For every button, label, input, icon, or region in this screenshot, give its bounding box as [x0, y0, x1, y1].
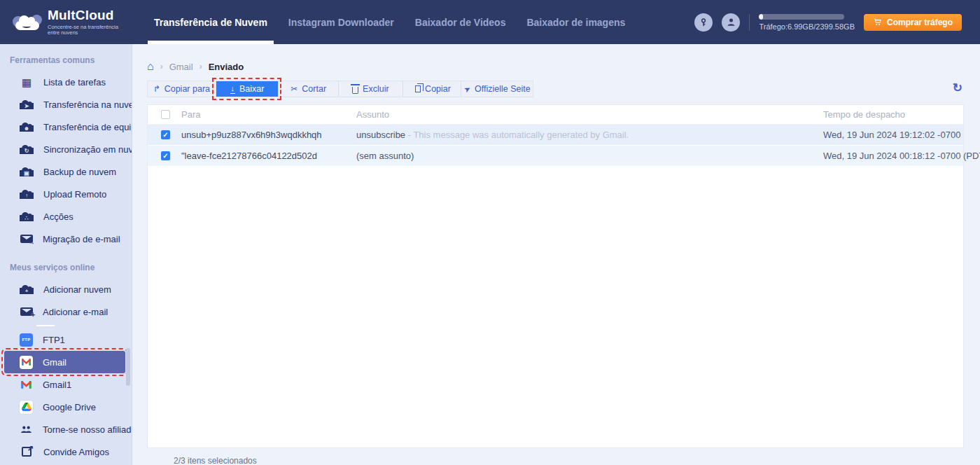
- select-all-checkbox[interactable]: [161, 110, 170, 119]
- cloud-sync-icon: ↻: [20, 144, 34, 154]
- download-icon: ↓: [230, 84, 236, 93]
- buy-traffic-label: Comprar tráfego: [887, 18, 953, 27]
- sidebar-item-label: Gmail: [43, 357, 66, 368]
- cell-subject: (sem assunto): [356, 151, 823, 161]
- sidebar-item-cloud-sync[interactable]: ↻ Sincronização em nuvem: [4, 138, 125, 160]
- main-content: ⌂ › Gmail › Enviado ↱ Copiar para ↓ Baix…: [132, 44, 980, 465]
- copy-to-button[interactable]: ↱ Copiar para: [148, 81, 216, 97]
- column-header-subject[interactable]: Assunto: [356, 109, 823, 120]
- sidebar-item-invite-friends[interactable]: ↗ Convide Amigos: [4, 440, 125, 463]
- sidebar-section-common-tools: Ferramentas comuns: [10, 55, 132, 65]
- sidebar-item-remote-upload[interactable]: ↑ Upload Remoto: [4, 183, 125, 205]
- sidebar-item-label: Acções: [43, 211, 74, 222]
- google-drive-icon: [20, 401, 33, 414]
- sidebar-item-affiliate[interactable]: Torne-se nosso afiliado: [4, 418, 125, 440]
- sidebar-item-add-email[interactable]: + Adicionar e-mail: [4, 300, 125, 323]
- subject-rest: - This message was automatically generat…: [405, 130, 629, 140]
- email-migration-icon: →: [20, 235, 33, 243]
- copy-button[interactable]: Copiar: [402, 81, 461, 97]
- sidebar-item-label: Migração de e-mail: [43, 234, 120, 244]
- sidebar-item-gmail[interactable]: Gmail: [4, 351, 125, 373]
- gmail-icon: [20, 356, 33, 369]
- gmail-icon: [20, 378, 33, 391]
- subject-main: (sem assunto): [356, 151, 414, 161]
- cut-button[interactable]: ✂ Cortar: [278, 81, 338, 97]
- sidebar-item-label: Backup de nuvem: [43, 167, 116, 177]
- sidebar-item-add-cloud[interactable]: + Adicionar nuvem: [4, 278, 125, 300]
- toolbar: ↱ Copiar para ↓ Baixar ✂ Cortar Excluir …: [147, 81, 533, 97]
- column-header-time[interactable]: Tempo de despacho: [823, 109, 963, 120]
- copy-label: Copiar: [425, 84, 451, 94]
- multcloud-logo[interactable]: MultCloud Concentre-se na transferência …: [0, 8, 132, 36]
- sidebar-scrollbar-thumb[interactable]: [126, 348, 130, 386]
- cell-time: Wed, 19 Jun 2024 19:12:02 -0700: [823, 130, 963, 140]
- download-label: Baixar: [239, 84, 264, 94]
- sidebar-item-label: Google Drive: [43, 402, 96, 412]
- ftp-icon: FTP: [20, 333, 33, 347]
- column-header-to[interactable]: Para: [174, 109, 356, 120]
- sidebar-item-team-transfer[interactable]: ☻ Transferência de equipe: [4, 116, 125, 138]
- user-account-icon[interactable]: [722, 13, 740, 32]
- cell-to: unsub+p9uz887vx6h9h3wqdkkhqh: [174, 130, 356, 140]
- copy-to-icon: ↱: [153, 85, 160, 93]
- key-icon[interactable]: [694, 13, 713, 32]
- breadcrumb-gmail[interactable]: Gmail: [169, 62, 193, 72]
- official-site-label: Offizielle Seite: [475, 84, 531, 94]
- breadcrumb-current-enviado: Enviado: [209, 62, 244, 72]
- traffic-label: Tráfego:6.99GB/2399.58GB: [759, 22, 855, 31]
- row-checkbox[interactable]: ✓: [161, 151, 170, 160]
- sidebar-item-label: FTP1: [43, 335, 65, 345]
- cell-subject: unsubscribe - This message was automatic…: [356, 130, 823, 140]
- buy-traffic-button[interactable]: Comprar tráfego: [864, 14, 962, 31]
- traffic-progress-bar: [759, 14, 844, 20]
- task-list-icon: ▦: [20, 77, 34, 88]
- subject-main: unsubscribe: [356, 130, 405, 140]
- nav-image-downloader[interactable]: Baixador de imagens: [516, 0, 636, 44]
- share-icon: ∴: [20, 211, 34, 221]
- cut-label: Cortar: [302, 84, 326, 94]
- sidebar-item-label: Transferência de equipe: [43, 122, 132, 132]
- sidebar-item-label: Lista de tarefas: [43, 77, 106, 88]
- traffic-meter: Tráfego:6.99GB/2399.58GB: [759, 14, 855, 31]
- nav-cloud-transfer[interactable]: Transferência de Nuvem: [144, 0, 278, 44]
- row-checkbox[interactable]: ✓: [161, 130, 170, 139]
- add-cloud-icon: +: [20, 284, 34, 294]
- delete-label: Excluir: [363, 84, 389, 94]
- table-row[interactable]: ✓ unsub+p9uz887vx6h9h3wqdkkhqh unsubscri…: [148, 125, 963, 146]
- nav-instagram-downloader[interactable]: Instagram Downloader: [278, 0, 405, 44]
- logo-tagline: Concentre-se na transferência entre nuve…: [48, 25, 126, 36]
- download-button[interactable]: ↓ Baixar: [216, 81, 279, 97]
- sidebar-item-gmail1[interactable]: Gmail1: [4, 373, 125, 396]
- app-header: MultCloud Concentre-se na transferência …: [0, 0, 980, 44]
- official-site-button[interactable]: ➤ Offizielle Seite: [461, 81, 533, 97]
- table-row[interactable]: ✓ "leave-fce21278766c04122d502d (sem ass…: [148, 146, 963, 167]
- cloud-backup-icon: ▣: [20, 167, 34, 176]
- sidebar-item-label: Torne-se nosso afiliado: [43, 424, 132, 435]
- sidebar-item-label: Gmail1: [43, 380, 71, 390]
- sidebar-item-cloud-transfer[interactable]: ➤ Transferência na nuvem: [4, 93, 125, 116]
- sidebar-section-my-services: Meus serviços online: [10, 263, 132, 272]
- sidebar-item-cloud-backup[interactable]: ▣ Backup de nuvem: [4, 160, 125, 183]
- sidebar-item-task-list[interactable]: ▦ Lista de tarefas: [4, 71, 125, 93]
- nav-video-downloader[interactable]: Baixador de Videos: [405, 0, 517, 44]
- sidebar-item-shares[interactable]: ∴ Acções: [4, 205, 125, 228]
- sidebar-item-label: Transferência na nuvem: [43, 99, 132, 110]
- invite-external-link-icon: ↗: [22, 447, 31, 457]
- home-icon[interactable]: ⌂: [147, 61, 154, 72]
- scissors-icon: ✂: [290, 85, 298, 93]
- trash-icon: [352, 87, 358, 94]
- refresh-icon[interactable]: ↻: [953, 82, 962, 94]
- cell-time: Wed, 19 Jun 2024 00:18:12 -0700 (PDT): [823, 151, 963, 161]
- sidebar-item-label: Convide Amigos: [43, 447, 109, 457]
- sidebar-item-google-drive[interactable]: Google Drive: [4, 396, 125, 418]
- traffic-progress-fill: [759, 14, 763, 20]
- delete-button[interactable]: Excluir: [338, 81, 402, 97]
- sidebar-item-label: Upload Remoto: [43, 189, 106, 200]
- cloud-transfer-icon: ➤: [20, 99, 34, 109]
- sidebar-item-label: Sincronização em nuvem: [43, 144, 132, 155]
- team-transfer-icon: ☻: [20, 122, 34, 132]
- sidebar-item-email-migration[interactable]: → Migração de e-mail: [4, 228, 125, 250]
- multcloud-cloud-icon: [13, 12, 42, 32]
- remote-upload-icon: ↑: [20, 189, 34, 199]
- sidebar-item-ftp1[interactable]: FTP FTP1: [4, 328, 125, 351]
